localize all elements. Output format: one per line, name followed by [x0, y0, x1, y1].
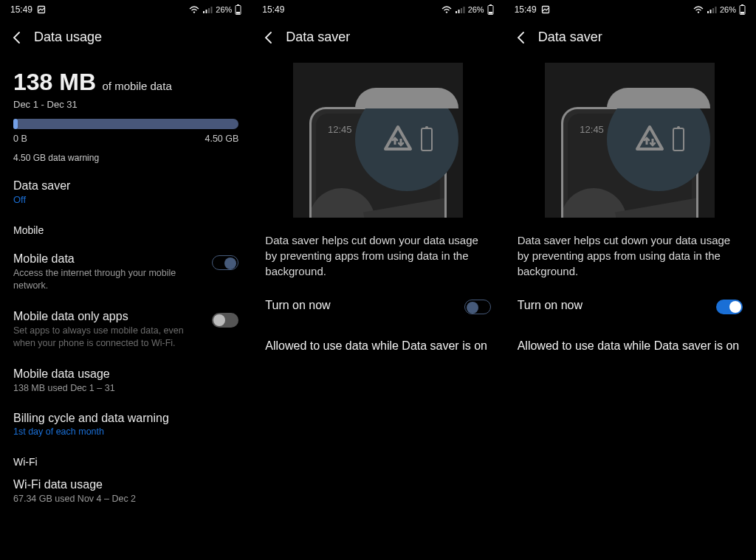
- screen-data-saver-on: 15:49 26% Data saver 12:45: [504, 0, 756, 560]
- billing-title: Billing cycle and data warning: [13, 412, 238, 425]
- svg-rect-3: [206, 10, 207, 13]
- svg-rect-25: [740, 12, 744, 14]
- header: Data usage: [0, 18, 252, 57]
- data-warning-text: 4.50 GB data warning: [13, 153, 238, 163]
- data-saver-triangle-icon: [633, 122, 667, 156]
- data-saver-title: Data saver: [13, 179, 238, 193]
- mobile-data-desc: Access the internet through your mobile …: [13, 267, 200, 292]
- status-time: 15:49: [262, 4, 284, 15]
- svg-point-18: [698, 11, 699, 13]
- status-bar: 15:49 26%: [252, 0, 504, 18]
- wifi-icon: [189, 6, 199, 14]
- svg-rect-22: [715, 7, 716, 13]
- wifi-usage-desc: 67.34 GB used Nov 4 – Dec 2: [13, 493, 238, 505]
- status-bar: 15:49 26%: [0, 0, 252, 18]
- svg-rect-2: [203, 11, 205, 13]
- svg-rect-4: [208, 8, 210, 13]
- status-battery-pct: 26%: [720, 5, 736, 14]
- status-time: 15:49: [10, 4, 32, 15]
- svg-rect-19: [707, 11, 709, 13]
- usage-period: Dec 1 - Dec 31: [13, 99, 238, 110]
- status-time: 15:49: [515, 4, 537, 15]
- screen-data-usage: 15:49 26% Data usage 138 MB of mobile da…: [0, 0, 252, 560]
- turn-on-now-row[interactable]: Turn on now: [265, 279, 490, 314]
- signal-icon: [707, 6, 717, 14]
- usage-suffix: of mobile data: [103, 80, 172, 92]
- data-saver-description: Data saver helps cut down your data usag…: [265, 218, 490, 279]
- data-saver-illustration: 12:45: [545, 63, 715, 218]
- mobile-data-row[interactable]: Mobile data Access the internet through …: [13, 243, 238, 301]
- data-saver-row[interactable]: Data saver Off: [13, 163, 238, 214]
- back-icon[interactable]: [262, 31, 275, 44]
- billing-desc: 1st day of each month: [13, 426, 238, 437]
- screenshot-icon: [37, 5, 46, 14]
- data-saver-triangle-icon: [381, 122, 415, 156]
- billing-cycle-row[interactable]: Billing cycle and data warning 1st day o…: [13, 403, 238, 446]
- battery-icon: [235, 4, 241, 15]
- turn-on-now-label: Turn on now: [518, 299, 583, 312]
- turn-on-now-row[interactable]: Turn on now: [518, 279, 743, 314]
- usage-amount: 138 MB: [13, 69, 96, 95]
- turn-on-now-toggle[interactable]: [716, 300, 743, 314]
- status-battery-pct: 26%: [468, 5, 484, 14]
- mobile-usage-desc: 138 MB used Dec 1 – 31: [13, 382, 238, 395]
- svg-rect-8: [236, 12, 240, 14]
- mobile-usage-row[interactable]: Mobile data usage 138 MB used Dec 1 – 31: [13, 359, 238, 404]
- bar-min: 0 B: [13, 134, 27, 144]
- wifi-icon: [693, 6, 704, 14]
- mobile-data-toggle[interactable]: [212, 255, 238, 270]
- svg-rect-20: [709, 10, 711, 13]
- data-saver-description: Data saver helps cut down your data usag…: [518, 218, 743, 279]
- back-icon[interactable]: [10, 31, 24, 44]
- page-title: Data saver: [286, 30, 350, 45]
- svg-point-1: [193, 11, 195, 13]
- header: Data saver: [504, 18, 756, 57]
- turn-on-now-toggle[interactable]: [464, 300, 491, 314]
- data-saver-status: Off: [13, 194, 238, 205]
- mobile-data-title: Mobile data: [13, 252, 200, 266]
- back-icon[interactable]: [515, 31, 528, 44]
- page-title: Data usage: [34, 30, 102, 45]
- illustration-time: 12:45: [580, 124, 604, 135]
- turn-on-now-label: Turn on now: [265, 299, 330, 312]
- only-apps-title: Mobile data only apps: [13, 310, 200, 323]
- signal-icon: [202, 6, 213, 14]
- svg-rect-13: [463, 7, 464, 13]
- battery-mini-icon: [421, 128, 433, 151]
- mobile-usage-title: Mobile data usage: [13, 367, 238, 381]
- svg-rect-16: [489, 12, 492, 14]
- allowed-apps-row[interactable]: Allowed to use data while Data saver is …: [265, 314, 490, 354]
- svg-rect-10: [456, 11, 457, 13]
- status-battery-pct: 26%: [216, 5, 232, 14]
- only-apps-desc: Set apps to always use mobile data, even…: [13, 325, 200, 350]
- page-title: Data saver: [538, 30, 602, 45]
- section-wifi: Wi-Fi: [13, 446, 238, 475]
- data-saver-illustration: 12:45: [293, 63, 463, 218]
- status-bar: 15:49 26%: [504, 0, 756, 18]
- bar-max: 4.50 GB: [205, 134, 238, 144]
- screenshot-icon: [541, 5, 550, 14]
- wifi-icon: [441, 6, 452, 14]
- mobile-only-apps-row: Mobile data only apps Set apps to always…: [13, 301, 238, 359]
- illustration-time: 12:45: [328, 124, 352, 135]
- screen-data-saver-off: 15:49 26% Data saver 12:45: [252, 0, 504, 560]
- wifi-usage-title: Wi-Fi data usage: [13, 478, 238, 491]
- wifi-usage-row[interactable]: Wi-Fi data usage 67.34 GB used Nov 4 – D…: [13, 475, 238, 514]
- svg-rect-21: [712, 8, 714, 13]
- battery-mini-icon: [673, 128, 684, 151]
- usage-bar[interactable]: 0 B 4.50 GB: [13, 119, 238, 144]
- allowed-apps-row[interactable]: Allowed to use data while Data saver is …: [518, 314, 743, 354]
- header: Data saver: [252, 18, 504, 57]
- section-mobile: Mobile: [13, 214, 238, 243]
- svg-rect-12: [461, 8, 462, 13]
- usage-summary: 138 MB of mobile data Dec 1 - Dec 31 0 B…: [13, 57, 238, 163]
- svg-point-9: [445, 11, 447, 13]
- svg-rect-5: [211, 7, 213, 13]
- only-apps-toggle: [212, 313, 238, 328]
- battery-icon: [739, 4, 746, 15]
- svg-rect-11: [458, 10, 459, 13]
- signal-icon: [455, 6, 465, 14]
- battery-icon: [487, 4, 494, 15]
